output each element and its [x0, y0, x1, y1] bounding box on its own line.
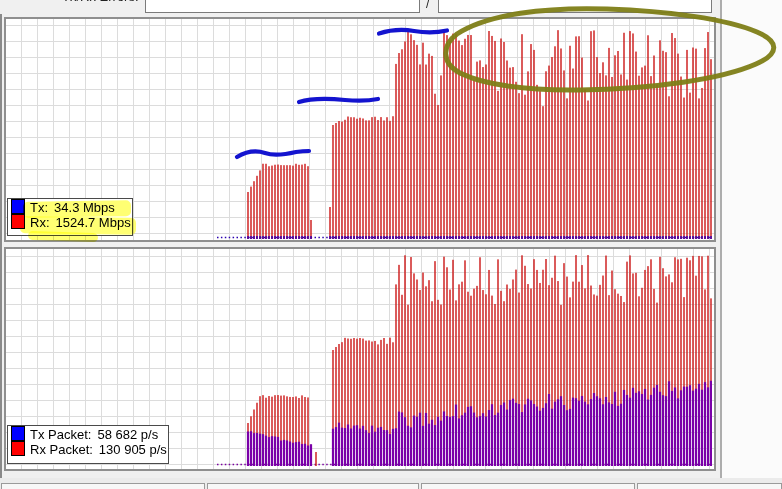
rx-color-swatch-icon [11, 214, 25, 229]
rx-errors-field[interactable] [438, 0, 712, 13]
tx-packet-label: Tx Packet: [30, 427, 91, 442]
rx-label: Rx: [30, 215, 50, 230]
window-right-edge [720, 0, 722, 478]
rx-packet-color-swatch-icon [11, 441, 25, 456]
header-label-tx-rx-errors: Tx/Rx Errors: [62, 0, 139, 4]
background-table-strip [0, 478, 782, 489]
tx-label: Tx: [30, 200, 48, 215]
rx-packet-value: 130 905 p/s [99, 442, 167, 457]
screenshot-root: Tx/Rx Errors: / Tx:34.3 Mbps Rx:1524.7 M… [0, 0, 782, 489]
traffic-window: Tx/Rx Errors: / [0, 0, 722, 483]
packet-legend: Tx Packet:58 682 p/s Rx Packet:130 905 p… [7, 425, 169, 464]
legend-row-tx-packet: Tx Packet:58 682 p/s [8, 426, 168, 441]
tx-value: 34.3 Mbps [54, 200, 115, 215]
legend-row-rx-packet: Rx Packet:130 905 p/s [8, 441, 168, 456]
rx-packet-label: Rx Packet: [30, 442, 93, 457]
background-table-header-cell[interactable] [421, 483, 635, 489]
background-table-header-cell[interactable] [207, 483, 419, 489]
tx-color-swatch-icon [11, 199, 25, 214]
page-background [722, 0, 782, 478]
rate-legend: Tx:34.3 Mbps Rx:1524.7 Mbps [7, 198, 133, 236]
tx-packet-value: 58 682 p/s [97, 427, 158, 442]
legend-row-rx: Rx:1524.7 Mbps [8, 214, 132, 229]
background-table-header-cell[interactable] [1, 483, 205, 489]
tx-packet-color-swatch-icon [11, 426, 25, 441]
tx-errors-field[interactable] [145, 0, 420, 13]
tx-rx-separator: / [426, 0, 429, 11]
background-table-header-cell[interactable] [637, 483, 782, 489]
legend-row-tx: Tx:34.3 Mbps [8, 199, 132, 214]
rx-value: 1524.7 Mbps [56, 215, 131, 230]
window-left-edge [0, 14, 2, 483]
